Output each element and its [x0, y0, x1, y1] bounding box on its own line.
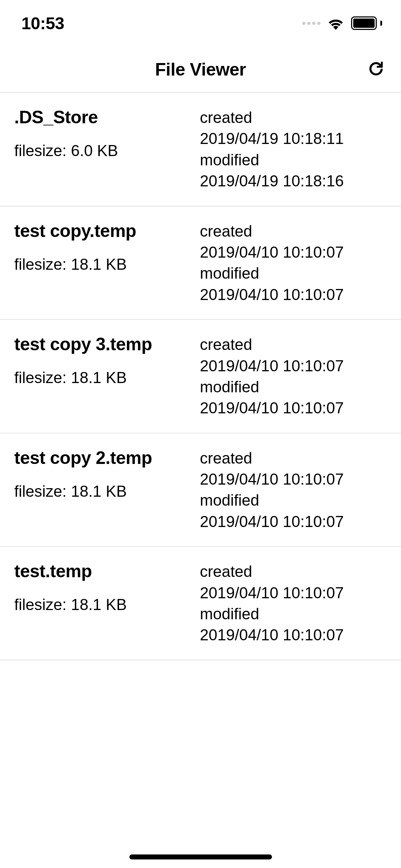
file-size: filesize: 6.0 KB: [14, 142, 193, 160]
modified-label: modified: [200, 603, 401, 624]
modified-label: modified: [200, 149, 401, 170]
file-name: test copy 3.temp: [14, 334, 193, 355]
nav-bar: File Viewer: [0, 46, 401, 93]
modified-label: modified: [200, 263, 401, 284]
created-label: created: [200, 107, 401, 128]
modified-label: modified: [200, 376, 401, 397]
home-indicator[interactable]: [129, 854, 272, 859]
file-name: .DS_Store: [14, 107, 193, 128]
file-name: test copy.temp: [14, 221, 193, 241]
file-size: filesize: 18.1 KB: [14, 482, 193, 500]
created-value: 2019/04/19 10:18:11: [200, 128, 401, 149]
file-row[interactable]: test copy 3.temp filesize: 18.1 KB creat…: [0, 320, 401, 433]
status-right: [302, 16, 380, 30]
modified-label: modified: [200, 490, 401, 511]
created-value: 2019/04/10 10:10:07: [200, 582, 401, 603]
page-title: File Viewer: [155, 59, 246, 80]
file-name: test.temp: [14, 561, 193, 582]
file-row[interactable]: test.temp filesize: 18.1 KB created 2019…: [0, 547, 401, 660]
modified-value: 2019/04/10 10:10:07: [200, 397, 401, 418]
file-size: filesize: 18.1 KB: [14, 596, 193, 614]
refresh-button[interactable]: [365, 59, 387, 80]
created-value: 2019/04/10 10:10:07: [200, 469, 401, 490]
file-row[interactable]: .DS_Store filesize: 6.0 KB created 2019/…: [0, 93, 401, 206]
modified-value: 2019/04/10 10:10:07: [200, 511, 401, 532]
created-label: created: [200, 221, 401, 242]
status-time: 10:53: [21, 14, 64, 33]
created-value: 2019/04/10 10:10:07: [200, 242, 401, 263]
cellular-signal-icon: [302, 22, 320, 25]
status-bar: 10:53: [0, 0, 401, 46]
refresh-icon: [367, 60, 385, 79]
battery-icon: [351, 16, 380, 30]
created-value: 2019/04/10 10:10:07: [200, 355, 401, 376]
file-row[interactable]: test copy.temp filesize: 18.1 KB created…: [0, 206, 401, 320]
modified-value: 2019/04/10 10:10:07: [200, 284, 401, 305]
wifi-icon: [327, 16, 345, 30]
modified-value: 2019/04/10 10:10:07: [200, 624, 401, 645]
created-label: created: [200, 448, 401, 469]
created-label: created: [200, 334, 401, 355]
modified-value: 2019/04/19 10:18:16: [200, 170, 401, 191]
file-list: .DS_Store filesize: 6.0 KB created 2019/…: [0, 93, 401, 660]
file-size: filesize: 18.1 KB: [14, 369, 193, 387]
file-size: filesize: 18.1 KB: [14, 255, 193, 273]
created-label: created: [200, 561, 401, 582]
file-name: test copy 2.temp: [14, 448, 193, 468]
file-row[interactable]: test copy 2.temp filesize: 18.1 KB creat…: [0, 433, 401, 547]
